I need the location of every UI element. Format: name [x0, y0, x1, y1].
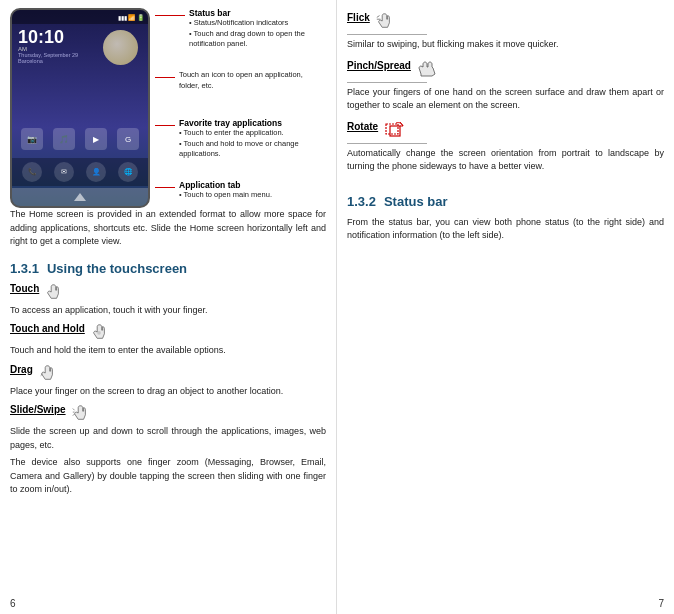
- pinch-hand-icon: [416, 60, 438, 80]
- drag-description: Place your finger on the screen to drag …: [10, 385, 326, 399]
- rotate-heading: Rotate: [347, 121, 378, 132]
- fav-bullet-1: • Touch to enter the application.: [179, 128, 314, 139]
- app-tab-arrow: [74, 193, 86, 201]
- app-tab-annotation: Application tab • Touch to open main men…: [155, 180, 272, 201]
- flick-heading: Flick: [347, 12, 370, 23]
- slide-swipe-hand-icon: [71, 404, 89, 424]
- phone-fav-1: 📞: [22, 162, 42, 182]
- pinch-divider: [347, 82, 427, 83]
- left-page-number: 6: [10, 598, 16, 609]
- phone-image: ▮▮▮ 📶 🔋 10:10 AM Thursday, September 29 …: [10, 8, 150, 208]
- rotate-divider: [347, 143, 427, 144]
- touch-hold-block: Touch and Hold Touch and hold the item t…: [10, 323, 326, 358]
- phone-fav-2: ✉: [54, 162, 74, 182]
- section-131-title: Using the touchscreen: [47, 261, 187, 276]
- app-tab-label: Application tab: [179, 180, 272, 190]
- phone-app-tab: [12, 188, 148, 206]
- slide-swipe-desc-2: The device also supports one finger zoom…: [10, 456, 326, 497]
- status-bar-annotation: Status bar • Status/Notification indicat…: [155, 8, 319, 50]
- phone-fav-4: 🌐: [118, 162, 138, 182]
- home-screen-text: The Home screen is provided in an extend…: [10, 208, 326, 249]
- camera-icon: 📷: [21, 128, 43, 150]
- flick-divider: [347, 34, 427, 35]
- slide-swipe-heading: Slide/Swipe: [10, 404, 66, 415]
- flick-block: Flick Similar to swiping, but flicking m…: [347, 12, 664, 52]
- annotation-area: Status bar • Status/Notification indicat…: [155, 8, 326, 208]
- drag-hand-icon: [38, 364, 56, 384]
- right-page: Flick Similar to swiping, but flicking m…: [337, 0, 674, 614]
- section-131-heading: 1.3.1 Using the touchscreen: [10, 255, 326, 279]
- rotate-description: Automatically change the screen orientat…: [347, 147, 664, 174]
- section-132-title: Status bar: [384, 194, 448, 209]
- touch-description: To access an application, touch it with …: [10, 304, 326, 318]
- fav-bullet-2: • Touch and hold to move or change appli…: [179, 139, 314, 160]
- pinch-description: Place your fingers of one hand on the sc…: [347, 86, 664, 113]
- rotate-icon: [383, 121, 405, 141]
- section-132-heading: 1.3.2 Status bar: [347, 188, 664, 212]
- phone-apps-row: 📷 🎵 ▶ G: [12, 124, 148, 154]
- music-icon: 🎵: [53, 128, 75, 150]
- favorite-tray-annotation: Favorite tray applications • Touch to en…: [155, 118, 314, 160]
- phone-moon-icon: [103, 30, 138, 65]
- touch-icon-label: Touch an icon to open an application, fo…: [179, 70, 319, 91]
- status-bar-bullet-1: • Status/Notification indicators: [189, 18, 319, 29]
- touch-heading: Touch: [10, 283, 39, 294]
- touch-hold-description: Touch and hold the item to enter the ava…: [10, 344, 326, 358]
- phone-status-bar-area: ▮▮▮ 📶 🔋: [12, 10, 148, 24]
- google-icon: G: [117, 128, 139, 150]
- flick-description: Similar to swiping, but flicking makes i…: [347, 38, 664, 52]
- drag-heading: Drag: [10, 364, 33, 375]
- right-page-number: 7: [658, 598, 664, 609]
- touch-block: Touch To access an application, touch it…: [10, 283, 326, 318]
- touch-hold-hand-icon: [90, 323, 108, 343]
- pinch-heading: Pinch/Spread: [347, 60, 411, 71]
- phone-diagram: ▮▮▮ 📶 🔋 10:10 AM Thursday, September 29 …: [10, 8, 326, 208]
- slide-swipe-desc-1: Slide the screen up and down to scroll t…: [10, 425, 326, 452]
- phone-screen: ▮▮▮ 📶 🔋 10:10 AM Thursday, September 29 …: [10, 8, 150, 208]
- section-132-container: 1.3.2 Status bar From the status bar, yo…: [347, 188, 664, 243]
- left-page: ▮▮▮ 📶 🔋 10:10 AM Thursday, September 29 …: [0, 0, 337, 614]
- phone-fav-3: 👤: [86, 162, 106, 182]
- touch-hand-icon: [44, 283, 62, 303]
- svg-point-0: [97, 331, 101, 335]
- status-bar-label: Status bar: [189, 8, 319, 18]
- rotate-block: Rotate Automatically change the screen o…: [347, 121, 664, 174]
- status-bar-body-text: From the status bar, you can view both p…: [347, 216, 664, 243]
- play-store-icon: ▶: [85, 128, 107, 150]
- app-tab-bullet: • Touch to open main menu.: [179, 190, 272, 201]
- section-131-number: 1.3.1: [10, 261, 39, 276]
- status-bar-bullet-2: • Touch and drag down to open the notifi…: [189, 29, 319, 50]
- drag-block: Drag Place your finger on the screen to …: [10, 364, 326, 399]
- section-132-number: 1.3.2: [347, 194, 376, 209]
- favorite-tray-label: Favorite tray applications: [179, 118, 314, 128]
- flick-hand-icon: [375, 12, 393, 32]
- touch-hold-heading: Touch and Hold: [10, 323, 85, 334]
- phone-favorites-row: 📞 ✉ 👤 🌐: [12, 158, 148, 186]
- slide-swipe-block: Slide/Swipe Slide the screen up and down…: [10, 404, 326, 497]
- pinch-block: Pinch/Spread Place your fingers of one h…: [347, 60, 664, 113]
- touch-icon-annotation: Touch an icon to open an application, fo…: [155, 70, 319, 91]
